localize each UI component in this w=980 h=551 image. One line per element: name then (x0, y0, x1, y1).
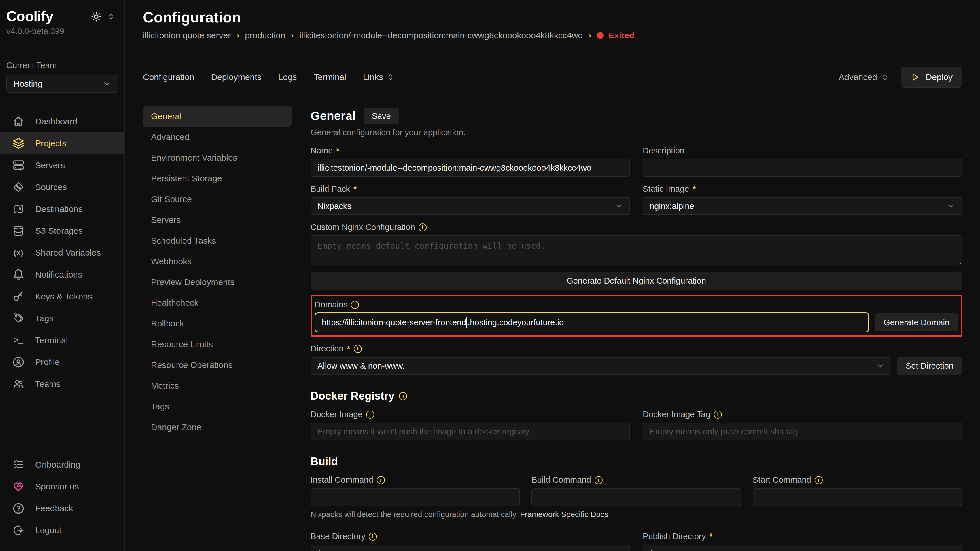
breadcrumb-application[interactable]: illicitestonion/-module--decomposition:m… (299, 30, 583, 40)
sidebar-item-tags[interactable]: Tags (0, 308, 124, 329)
build-command-input[interactable] (531, 488, 741, 506)
sidebar-item-teams[interactable]: Teams (0, 373, 124, 395)
info-icon[interactable]: i (815, 476, 823, 484)
sidebar-item-profile[interactable]: Profile (0, 351, 124, 373)
custom-nginx-textarea[interactable] (310, 235, 962, 265)
docker-image-tag-label: Docker Image Tag i (643, 410, 962, 419)
generate-nginx-button[interactable]: Generate Default Nginx Configuration (310, 272, 962, 290)
sidebar-item-label: Sources (35, 182, 67, 192)
chevrons-up-down-icon (881, 73, 889, 81)
info-icon[interactable]: i (595, 476, 603, 484)
sidebar-item-onboarding[interactable]: Onboarding (0, 454, 124, 476)
sidebar-item-servers[interactable]: Servers (0, 154, 124, 176)
sidebar-item-label: Dashboard (35, 117, 78, 126)
section-nav-webhooks[interactable]: Webhooks (143, 251, 291, 272)
general-form: General Save General configuration for y… (310, 106, 962, 551)
start-command-input[interactable] (753, 488, 962, 506)
framework-docs-link[interactable]: Framework Specific Docs (520, 510, 608, 519)
build-pack-select[interactable]: Nixpacks (310, 197, 630, 215)
base-directory-input[interactable] (310, 545, 630, 551)
map-icon (13, 203, 24, 215)
section-nav-servers[interactable]: Servers (143, 210, 291, 230)
publish-directory-input[interactable] (643, 545, 962, 551)
tab-logs[interactable]: Logs (278, 72, 297, 82)
deploy-button[interactable]: Deploy (901, 67, 962, 87)
section-nav-healthcheck[interactable]: Healthcheck (143, 292, 291, 313)
sidebar-item-projects[interactable]: Projects (0, 132, 124, 154)
sidebar-item-notifications[interactable]: Notifications (0, 264, 124, 286)
sidebar-item-label: Onboarding (35, 460, 80, 470)
direction-label: Direction* i (310, 344, 962, 354)
breadcrumb-environment[interactable]: production (245, 30, 285, 40)
sidebar-item-destinations[interactable]: Destinations (0, 198, 124, 220)
info-icon[interactable]: i (354, 345, 362, 353)
domains-highlight-box: Domains i https://illicitonion-quote-ser… (310, 295, 962, 337)
info-icon[interactable]: i (418, 223, 426, 232)
required-asterisk: * (336, 146, 339, 156)
section-nav-preview-deployments[interactable]: Preview Deployments (143, 272, 291, 292)
sidebar-item-feedback[interactable]: Feedback (0, 497, 124, 519)
docker-image-tag-input[interactable] (643, 422, 962, 440)
section-nav-scheduled-tasks[interactable]: Scheduled Tasks (143, 230, 291, 251)
theme-select-chevrons-icon[interactable] (107, 13, 115, 21)
name-input[interactable] (310, 159, 630, 177)
domains-input[interactable]: https://illicitonion-quote-server-fronte… (315, 312, 869, 332)
section-nav-general[interactable]: General (143, 106, 291, 127)
sidebar: Coolify v4.0.0-beta.399 Current Team Hos… (0, 0, 125, 551)
tab-configuration[interactable]: Configuration (143, 72, 194, 82)
docker-image-tag-field-group: Docker Image Tag i (643, 402, 962, 440)
sidebar-item-sponsor-us[interactable]: Sponsor us (0, 476, 124, 497)
section-nav-tags[interactable]: Tags (143, 396, 291, 417)
save-button[interactable]: Save (364, 108, 399, 124)
tab-deployments[interactable]: Deployments (211, 72, 261, 82)
set-direction-button[interactable]: Set Direction (897, 357, 962, 375)
layers-icon (13, 138, 24, 149)
theme-toggle-sun-icon[interactable] (91, 11, 102, 22)
sidebar-item-s3-storages[interactable]: S3 Storages (0, 220, 124, 242)
git-diamond-icon (13, 181, 24, 193)
info-icon[interactable]: i (351, 301, 359, 309)
sidebar-item-sources[interactable]: Sources (0, 176, 124, 198)
section-nav-environment-variables[interactable]: Environment Variables (143, 148, 291, 168)
tab-links[interactable]: Links (363, 72, 394, 82)
status-badge: Exited (597, 30, 634, 40)
section-nav-persistent-storage[interactable]: Persistent Storage (143, 168, 291, 189)
description-input[interactable] (643, 159, 962, 177)
section-nav-danger-zone[interactable]: Danger Zone (143, 417, 291, 438)
section-nav-git-source[interactable]: Git Source (143, 189, 291, 210)
install-command-input[interactable] (310, 488, 520, 506)
section-nav-advanced[interactable]: Advanced (143, 127, 291, 148)
section-nav-metrics[interactable]: Metrics (143, 375, 291, 396)
sidebar-item-dashboard[interactable]: Dashboard (0, 111, 124, 132)
sidebar-item-keys-tokens[interactable]: Keys & Tokens (0, 286, 124, 308)
breadcrumb-project[interactable]: illicitonion quote server (143, 30, 231, 40)
info-icon[interactable]: i (369, 533, 377, 541)
sidebar-item-label: Teams (35, 379, 60, 389)
info-icon[interactable]: i (399, 392, 407, 400)
install-command-label: Install Command i (310, 475, 520, 485)
generate-domain-button[interactable]: Generate Domain (875, 313, 958, 331)
section-nav-rollback[interactable]: Rollback (143, 313, 291, 334)
advanced-menu[interactable]: Advanced (838, 72, 888, 82)
static-image-label: Static Image* (643, 184, 962, 194)
base-directory-field-group: Base Directory i (310, 519, 630, 551)
info-icon[interactable]: i (377, 476, 385, 484)
section-nav-resource-operations[interactable]: Resource Operations (143, 355, 291, 375)
section-nav-resource-limits[interactable]: Resource Limits (143, 334, 291, 355)
sidebar-item-shared-variables[interactable]: (x) Shared Variables (0, 242, 124, 264)
static-image-select[interactable]: nginx:alpine (643, 197, 962, 215)
direction-select[interactable]: Allow www & non-www. (310, 357, 891, 375)
info-icon[interactable]: i (366, 411, 374, 419)
sidebar-item-logout[interactable]: Logout (0, 519, 124, 541)
static-image-value: nginx:alpine (649, 202, 694, 211)
tab-terminal[interactable]: Terminal (314, 72, 346, 82)
chevron-down-icon (615, 202, 623, 210)
docker-image-input[interactable] (310, 422, 630, 440)
team-select[interactable]: Hosting (6, 75, 118, 93)
sidebar-item-label: Terminal (35, 335, 68, 345)
info-icon[interactable]: i (714, 411, 722, 419)
app-logo: Coolify (6, 8, 53, 25)
sidebar-item-terminal[interactable]: >_ Terminal (0, 329, 124, 351)
logo-row: Coolify (0, 8, 124, 25)
app-version: v4.0.0-beta.399 (0, 27, 124, 36)
